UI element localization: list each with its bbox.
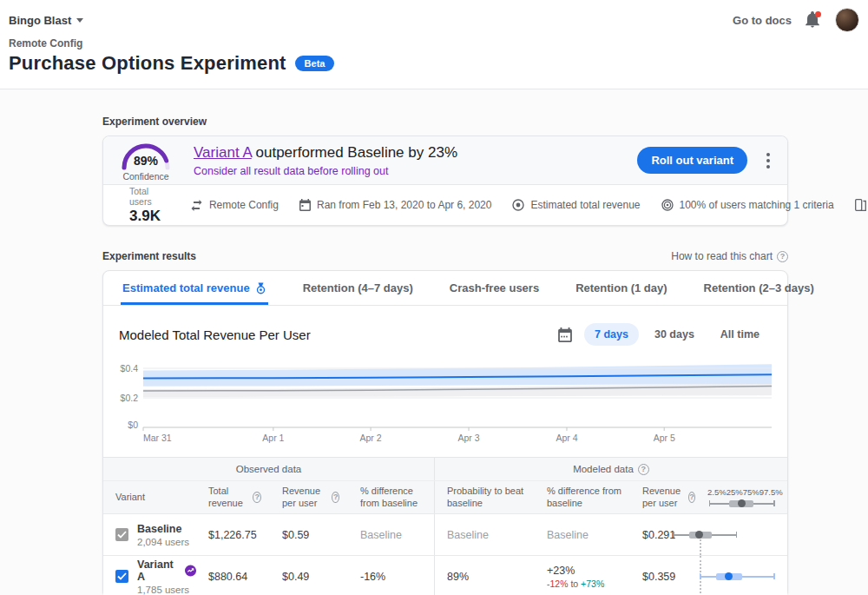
help-icon: ? — [638, 464, 649, 475]
col-pct-diff-modeled: % difference from baseline — [535, 486, 630, 508]
range-7-days[interactable]: 7 days — [584, 323, 639, 346]
date-range-control: 7 days 30 days All time — [558, 323, 770, 346]
variant-name: Variant A — [137, 559, 196, 583]
svg-text:Apr 3: Apr 3 — [457, 433, 479, 443]
col-revenue-per-user: Revenue per user? — [270, 486, 348, 508]
tab-retention-4-7-days[interactable]: Retention (4–7 days) — [301, 271, 415, 305]
leader-badge-icon — [185, 565, 196, 577]
range-30-days[interactable]: 30 days — [644, 323, 705, 346]
total-revenue-value: $880.64 — [196, 571, 270, 583]
result-subtitle: Consider all result data before rolling … — [194, 165, 637, 177]
baseline-checkbox[interactable] — [115, 528, 128, 541]
svg-text:$0.4: $0.4 — [121, 363, 139, 374]
pct-diff-observed: Baseline — [348, 514, 435, 555]
help-icon[interactable]: ? — [688, 492, 695, 503]
svg-text:$0: $0 — [128, 420, 138, 430]
total-revenue-value: $1,226.75 — [196, 529, 270, 541]
overview-card: 89% Confidence Variant A outperformed Ba… — [102, 136, 788, 226]
calendar-icon — [299, 199, 311, 211]
meta-remote-config: Remote Config — [190, 199, 279, 211]
variants-icon — [855, 199, 866, 211]
tab-estimated-total-revenue[interactable]: Estimated total revenue — [121, 271, 268, 305]
roll-out-variant-button[interactable]: Roll out variant — [637, 147, 747, 174]
pct-diff-modeled: +23% -12% to +73% — [535, 565, 630, 589]
modeled-data-group-header: Modeled data? — [435, 458, 787, 480]
svg-text:Apr 2: Apr 2 — [360, 433, 382, 443]
chevron-down-icon — [76, 18, 83, 23]
project-name: Bingo Blast — [9, 14, 71, 27]
svg-text:Apr 5: Apr 5 — [654, 433, 675, 443]
notifications-button[interactable] — [806, 11, 821, 29]
results-card: Estimated total revenue Retention (4–7 d… — [102, 270, 788, 595]
revenue-chart-area: $0$0.2$0.4Mar 31Apr 1Apr 2Apr 3Apr 4Apr … — [103, 351, 787, 457]
how-to-read-chart-link[interactable]: How to read this chart? — [671, 250, 788, 262]
page-header: Remote Config Purchase Options Experimen… — [0, 34, 868, 89]
remote-config-icon — [190, 200, 203, 211]
meta-date-range: Ran from Feb 13, 2020 to Apr 6, 2020 — [299, 199, 491, 211]
chart-title: Modeled Total Revenue Per User — [119, 327, 311, 342]
observed-data-group-header: Observed data — [103, 458, 435, 480]
col-modeled-rpu: Revenue per user? — [630, 486, 695, 508]
user-avatar[interactable] — [835, 8, 859, 32]
notification-badge — [815, 11, 821, 17]
col-pct-diff: % difference from baseline — [348, 481, 435, 513]
meta-goal-metric: Estimated total revenue — [512, 199, 640, 211]
baseline-whisker-plot — [669, 514, 773, 555]
confidence-label: Confidence — [117, 171, 174, 182]
meta-audience: 100% of users matching 1 criteria — [661, 199, 834, 211]
revenue-chart: $0$0.2$0.4Mar 31Apr 1Apr 2Apr 3Apr 4Apr … — [115, 358, 775, 445]
beta-badge: Beta — [295, 56, 335, 71]
svg-text:Apr 1: Apr 1 — [262, 433, 284, 443]
revenue-per-user-value: $0.49 — [270, 571, 348, 583]
audience-icon — [661, 199, 674, 211]
col-total-revenue: Total revenue? — [196, 486, 270, 508]
variant-users: 2,094 users — [137, 537, 189, 547]
meta-variants: 2 variants — [855, 199, 868, 211]
variant-a-whisker-cell — [695, 556, 787, 595]
help-icon: ? — [777, 251, 788, 262]
help-icon[interactable]: ? — [332, 492, 339, 503]
main-content: Experiment overview 89% Confidence Varia… — [0, 89, 868, 595]
goal-icon — [512, 199, 524, 211]
range-all-time[interactable]: All time — [710, 323, 770, 346]
overflow-menu-icon[interactable] — [763, 149, 773, 172]
table-row-baseline: Baseline 2,094 users $1,226.75 $0.59 Bas… — [103, 513, 787, 555]
col-prob-beat: Probability to beat baseline — [435, 486, 535, 508]
whisker-legend: 2.5%25%75%97.5% — [695, 487, 787, 508]
project-selector[interactable]: Bingo Blast — [9, 14, 83, 27]
table-column-headers: Variant Total revenue? Revenue per user?… — [103, 480, 787, 513]
tab-retention-2-3-days[interactable]: Retention (2–3 days) — [702, 271, 816, 305]
col-variant: Variant — [103, 492, 196, 503]
confidence-gauge: 89% Confidence — [117, 139, 174, 182]
breadcrumb: Remote Config — [9, 37, 859, 50]
variant-a-whisker-plot — [669, 556, 773, 595]
prob-beat-value: 89% — [435, 571, 535, 583]
svg-text:Apr 4: Apr 4 — [556, 433, 577, 443]
pct-diff-observed: -16% — [348, 556, 435, 595]
tab-retention-1-day[interactable]: Retention (1 day) — [574, 271, 668, 305]
legend-whisker-plot — [707, 499, 775, 508]
table-row-variant-a: Variant A 1,785 users $880.64 $0.49 -16%… — [103, 555, 787, 595]
variant-a-link[interactable]: Variant A — [194, 144, 252, 161]
result-headline: Variant A outperformed Baseline by 23% — [194, 144, 637, 162]
svg-text:$0.2: $0.2 — [121, 393, 139, 403]
results-table: Observed data Modeled data? Variant Tota… — [103, 457, 787, 595]
revenue-per-user-value: $0.59 — [270, 529, 348, 541]
calendar-icon — [558, 327, 572, 342]
leader-medal-icon — [255, 282, 266, 294]
metric-tabs: Estimated total revenue Retention (4–7 d… — [103, 271, 787, 306]
tab-crash-free-users[interactable]: Crash-free users — [448, 271, 541, 305]
topbar: Bingo Blast Go to docs — [0, 0, 868, 34]
variant-name: Baseline — [137, 523, 189, 535]
results-section-label: Experiment results — [102, 250, 196, 262]
baseline-whisker-cell — [695, 514, 787, 555]
pct-diff-modeled: Baseline — [535, 529, 630, 541]
go-to-docs-link[interactable]: Go to docs — [733, 14, 792, 27]
help-icon[interactable]: ? — [253, 492, 261, 503]
variant-a-checkbox[interactable] — [115, 570, 128, 583]
confidence-value: 89% — [134, 154, 159, 168]
prob-beat-value: Baseline — [435, 529, 535, 541]
overview-section-label: Experiment overview — [102, 116, 788, 128]
total-users: Total users 3.9K — [129, 186, 161, 225]
svg-text:Mar 31: Mar 31 — [143, 433, 172, 443]
